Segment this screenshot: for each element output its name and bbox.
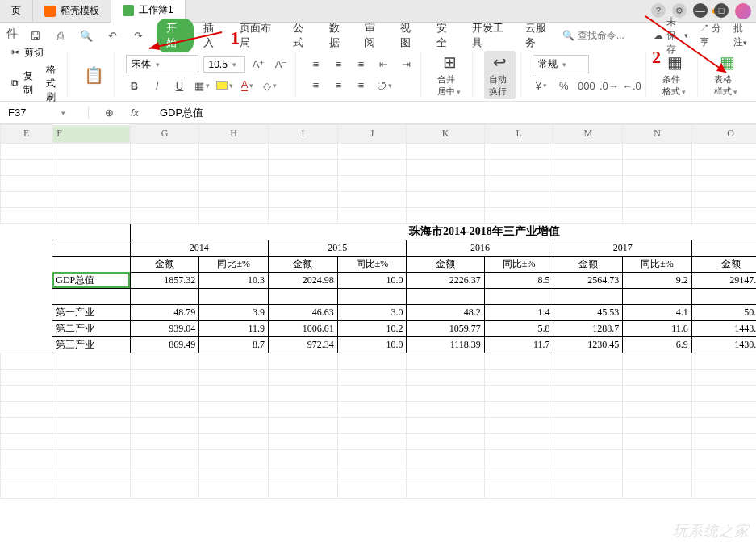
- menu-start[interactable]: 开始: [157, 19, 194, 52]
- table-style-button[interactable]: ▦表格样式: [709, 51, 745, 99]
- percent-icon[interactable]: %: [555, 77, 573, 94]
- cond-format-icon: ▦: [667, 52, 683, 72]
- menu-dev[interactable]: 开发工具: [464, 18, 516, 53]
- border-icon[interactable]: ▦: [194, 77, 211, 94]
- maximize-icon[interactable]: □: [714, 3, 729, 18]
- table-style-icon: ▦: [720, 52, 735, 72]
- merge-center-button[interactable]: ⊞合并居中: [432, 51, 468, 99]
- col-header[interactable]: N: [623, 125, 692, 144]
- fill-color-icon[interactable]: [216, 77, 234, 94]
- indent-increase-icon[interactable]: ⇥: [398, 56, 416, 73]
- fx-icon[interactable]: fx: [126, 104, 144, 122]
- name-box[interactable]: [8, 106, 56, 119]
- formula-input[interactable]: [160, 106, 751, 119]
- menu-view[interactable]: 视图: [392, 18, 426, 53]
- table-row: 第一产业 48.793.946.633.048.21.445.534.150.0…: [1, 304, 757, 320]
- col-header[interactable]: L: [484, 125, 553, 144]
- paste-button[interactable]: 📋: [79, 64, 109, 86]
- redo-icon[interactable]: ↷: [129, 27, 147, 44]
- search-input[interactable]: [578, 30, 642, 41]
- cut-button[interactable]: 剪切: [24, 46, 44, 60]
- col-header[interactable]: J: [337, 125, 407, 144]
- italic-icon[interactable]: I: [148, 77, 166, 94]
- font-color-icon[interactable]: A: [239, 77, 257, 94]
- table-title: 珠海市2014-2018年三产业增值: [130, 223, 756, 240]
- help-icon[interactable]: ?: [651, 3, 666, 18]
- align-center-icon[interactable]: ≡: [330, 77, 348, 94]
- menu-security[interactable]: 安全: [428, 18, 462, 53]
- menu-formula[interactable]: 公式: [285, 18, 319, 53]
- table-row: GDP总值 1857.3210.32024.9810.02226.378.525…: [1, 272, 757, 288]
- preview-icon[interactable]: 🔍: [77, 27, 95, 44]
- minimize-icon[interactable]: —: [693, 3, 708, 18]
- menu-data[interactable]: 数据: [321, 18, 355, 53]
- align-right-icon[interactable]: ≡: [353, 77, 370, 94]
- copy-button[interactable]: 复制: [23, 69, 34, 97]
- zoom-icon[interactable]: ⊕: [100, 104, 118, 122]
- orientation-icon[interactable]: ⭯: [375, 77, 393, 94]
- col-header[interactable]: G: [130, 125, 199, 144]
- paste-icon: 📋: [84, 65, 104, 85]
- copy-icon[interactable]: ⧉: [11, 77, 19, 89]
- undo-icon[interactable]: ↶: [103, 27, 121, 44]
- merge-icon: ⊞: [443, 52, 457, 72]
- comma-icon[interactable]: 000: [578, 77, 595, 94]
- share-icon: ↗: [700, 23, 709, 34]
- fire-icon: [44, 6, 56, 17]
- align-bottom-icon[interactable]: ≡: [353, 56, 370, 73]
- cloud-icon: ☁: [654, 30, 663, 41]
- align-middle-icon[interactable]: ≡: [330, 56, 348, 73]
- align-top-icon[interactable]: ≡: [307, 56, 325, 73]
- cell-gdp-label[interactable]: GDP总值: [52, 272, 130, 288]
- font-size-select[interactable]: 10.5: [203, 56, 245, 73]
- font-name-select[interactable]: 宋体: [126, 55, 198, 73]
- year-header: 2016: [407, 240, 553, 256]
- decrease-font-icon[interactable]: A⁻: [273, 56, 290, 73]
- format-painter[interactable]: 格式刷: [46, 63, 61, 104]
- year-header: 2015: [269, 240, 407, 256]
- col-header[interactable]: E: [1, 125, 52, 144]
- year-header: 2014: [130, 240, 268, 256]
- col-header[interactable]: I: [269, 125, 338, 144]
- avatar[interactable]: [735, 3, 751, 19]
- search-command[interactable]: 🔍: [562, 30, 642, 41]
- print-icon[interactable]: ⎙: [52, 27, 69, 44]
- clear-format-icon[interactable]: ◇: [261, 77, 279, 94]
- sheet-icon: [123, 5, 134, 16]
- settings-icon[interactable]: ⚙: [672, 3, 687, 18]
- share-button[interactable]: ↗ 分享: [700, 22, 722, 49]
- search-icon: 🔍: [562, 30, 574, 41]
- file-menu[interactable]: 件: [6, 27, 18, 44]
- table-row: 第三产业 869.498.7972.3410.01118.3911.71230.…: [1, 336, 757, 353]
- tab-page[interactable]: 页: [0, 0, 33, 23]
- align-left-icon[interactable]: ≡: [307, 77, 325, 94]
- col-header[interactable]: F: [52, 125, 129, 143]
- currency-icon[interactable]: ¥: [533, 77, 550, 94]
- col-header[interactable]: H: [199, 125, 269, 144]
- approve-button[interactable]: 批注▾: [733, 22, 750, 49]
- wrap-text-button[interactable]: ↩自动换行: [484, 51, 516, 99]
- table-row: 第二产业 939.0411.91006.0110.21059.775.81288…: [1, 320, 757, 336]
- save-icon[interactable]: 🖫: [26, 27, 44, 44]
- year-header: 2017: [553, 240, 691, 256]
- col-header[interactable]: O: [691, 125, 756, 144]
- menu-cloud[interactable]: 云服务: [517, 18, 560, 53]
- underline-icon[interactable]: U: [171, 77, 189, 94]
- wrap-icon: ↩: [493, 52, 507, 72]
- menu-layout[interactable]: 页面布局: [232, 18, 284, 53]
- increase-decimal-icon[interactable]: .0→: [600, 77, 618, 94]
- menu-review[interactable]: 审阅: [357, 18, 391, 53]
- menu-insert[interactable]: 插入: [195, 18, 229, 53]
- col-header[interactable]: M: [553, 125, 623, 144]
- increase-font-icon[interactable]: A⁺: [250, 56, 268, 73]
- cut-icon[interactable]: ✂: [11, 47, 19, 58]
- conditional-format-button[interactable]: ▦条件格式: [658, 51, 693, 99]
- decrease-decimal-icon[interactable]: ←.0: [623, 77, 641, 94]
- indent-decrease-icon[interactable]: ⇤: [375, 56, 393, 73]
- col-header[interactable]: K: [407, 125, 484, 144]
- bold-icon[interactable]: B: [126, 77, 144, 94]
- year-header: 2018: [691, 240, 756, 256]
- tab-templates[interactable]: 稻壳模板: [33, 0, 111, 23]
- number-format-select[interactable]: 常规: [533, 55, 589, 73]
